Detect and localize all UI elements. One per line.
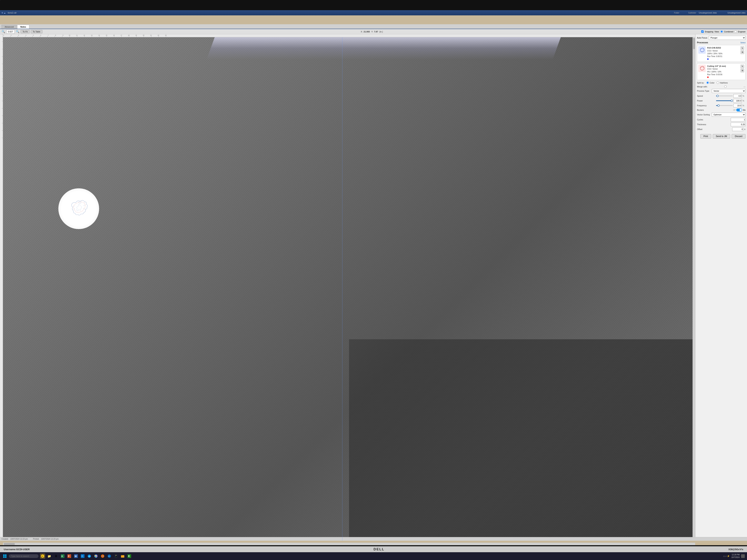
svg-text:17: 17 — [121, 35, 122, 36]
svg-text:6: 6 — [41, 35, 41, 36]
to-fit-button[interactable]: To Fit — [21, 30, 30, 33]
svg-text:4: 4 — [26, 35, 26, 36]
svg-text:8: 8 — [55, 35, 56, 36]
svg-text:21: 21 — [150, 35, 152, 36]
tab-notes[interactable]: Notes — [17, 25, 29, 29]
svg-text:5: 5 — [33, 35, 34, 36]
svg-text:2: 2 — [11, 35, 11, 36]
ruler-left: 2 3 4 5 6 7 8 9 10 11 12 — [0, 34, 3, 178]
canvas-texture — [3, 37, 237, 178]
zoom-out-icon[interactable]: 🔍 — [16, 30, 20, 33]
zoom-in-icon[interactable]: 🔍 — [1, 30, 5, 33]
svg-text:20: 20 — [143, 35, 144, 36]
svg-text:14: 14 — [98, 35, 100, 36]
svg-text:10: 10 — [69, 35, 70, 36]
svg-text:3: 3 — [18, 35, 19, 36]
controls-bar: 🔍 🔍 To Fit To Table X: 21.083 Y: 7.87 [i… — [0, 29, 237, 34]
tab-advanced[interactable]: Advanced — [1, 25, 17, 29]
canvas-area[interactable] — [3, 37, 237, 178]
svg-text:15: 15 — [106, 35, 107, 36]
svg-text:16: 16 — [113, 35, 115, 36]
ruler-top: 1 2 3 4 5 6 7 8 — [0, 34, 237, 37]
svg-text:23: 23 — [165, 35, 166, 36]
zoom-input[interactable] — [6, 30, 15, 33]
canvas-background — [3, 37, 237, 178]
svg-text:7: 7 — [48, 35, 49, 36]
svg-text:18: 18 — [128, 35, 129, 36]
title-bar: ⚙ ☁ tions2.cdr Folder Subfolder Uncatego… — [0, 10, 237, 16]
window-title: tions2.cdr — [8, 12, 17, 14]
svg-text:1: 1 — [3, 35, 4, 36]
svg-text:11: 11 — [76, 35, 78, 36]
title-bar-left: ⚙ ☁ tions2.cdr — [1, 12, 17, 14]
tab-bar: Advanced Notes — [0, 24, 237, 29]
svg-text:19: 19 — [135, 35, 137, 36]
to-table-button[interactable]: To Table — [31, 30, 43, 33]
svg-text:22: 22 — [158, 35, 159, 36]
svg-text:12: 12 — [83, 35, 85, 36]
svg-text:13: 13 — [91, 35, 93, 36]
svg-text:9: 9 — [62, 35, 63, 36]
